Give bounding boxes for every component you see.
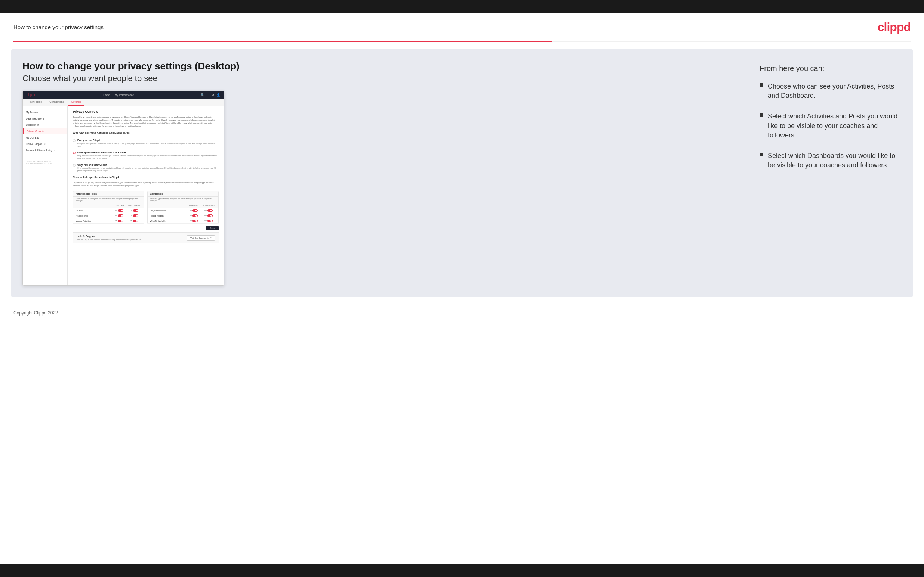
mock-tab-profile[interactable]: My Profile bbox=[27, 98, 45, 106]
page-subheading: Choose what you want people to see bbox=[23, 74, 745, 83]
mock-work-followers-switch[interactable] bbox=[207, 219, 213, 222]
mock-sidebar-service[interactable]: Service & Privacy Policy ↗ bbox=[23, 147, 67, 153]
mock-option-followers[interactable]: Only Approved Followers and Your Coach O… bbox=[73, 151, 219, 160]
main-content: How to change your privacy settings (Des… bbox=[11, 49, 913, 297]
mock-rounds-coaches-switch[interactable] bbox=[118, 209, 123, 212]
header-divider bbox=[13, 41, 911, 42]
bullet-text-3: Select which Dashboards you would like t… bbox=[768, 151, 901, 170]
mock-rounds-followers-switch[interactable] bbox=[133, 209, 138, 212]
mock-gear-icon: ⚙ bbox=[212, 93, 214, 97]
mock-activities-desc: Select the types of activity that you'd … bbox=[73, 197, 144, 203]
mock-round-followers-toggle[interactable]: ON bbox=[201, 214, 216, 217]
mock-work-on-label: What To Work On bbox=[150, 220, 186, 222]
mock-nav-performance: My Performance bbox=[115, 94, 134, 96]
mock-sidebar-data-integrations[interactable]: Data Integrations › bbox=[23, 115, 67, 122]
mock-visit-community-button[interactable]: Visit Our Community ↗ bbox=[187, 235, 215, 240]
mock-privacy-title: Privacy Controls bbox=[73, 110, 219, 114]
mock-dashboards-col-coaches: COACHES bbox=[186, 204, 201, 206]
bullet-list: Choose who can see your Activities, Post… bbox=[759, 82, 901, 170]
mock-work-coaches-toggle[interactable]: ON bbox=[186, 219, 201, 222]
header: How to change your privacy settings clip… bbox=[0, 13, 924, 41]
mock-round-followers-switch[interactable] bbox=[207, 214, 213, 217]
mock-activities-col-coaches: COACHES bbox=[112, 204, 127, 206]
mock-activities-row-manual: Manual Activities ON ON bbox=[73, 219, 144, 224]
mock-sidebar: My Account › Data Integrations › Subscri… bbox=[23, 106, 68, 285]
mock-manual-followers-switch[interactable] bbox=[133, 219, 138, 222]
bullet-item-1: Choose who can see your Activities, Post… bbox=[759, 82, 901, 100]
mock-round-coaches-switch[interactable] bbox=[192, 214, 198, 217]
mock-drills-followers-switch[interactable] bbox=[133, 214, 138, 217]
bullet-item-2: Select which Activities and Posts you wo… bbox=[759, 112, 901, 140]
mock-sidebar-golf-bag[interactable]: My Golf Bag › bbox=[23, 134, 67, 141]
mock-drills-coaches-switch[interactable] bbox=[118, 214, 123, 217]
mock-activities-subheader: COACHES FOLLOWERS bbox=[73, 203, 144, 208]
mock-radio-only-you[interactable] bbox=[73, 164, 76, 166]
mock-option-only-you[interactable]: Only You and Your Coach Only you and the… bbox=[73, 164, 219, 172]
mock-dashboards-col-followers: FOLLOWERS bbox=[201, 204, 216, 206]
mock-sidebar-service-label: Service & Privacy Policy ↗ bbox=[26, 149, 55, 152]
mock-activities-col-followers: FOLLOWERS bbox=[127, 204, 142, 206]
mock-tables-row: Activities and Posts Select the types of… bbox=[73, 191, 219, 224]
mock-who-title: Who Can See Your Activities and Dashboar… bbox=[73, 131, 219, 136]
mock-nav-links: Home My Performance bbox=[103, 94, 134, 96]
mock-radio-followers[interactable] bbox=[73, 152, 76, 154]
mock-everyone-desc: Everyone on Clippd can search for you an… bbox=[78, 142, 219, 148]
mock-option-only-you-text: Only You and Your Coach Only you and the… bbox=[78, 164, 219, 172]
mock-player-followers-switch[interactable] bbox=[207, 209, 213, 212]
footer-text: Copyright Clippd 2022 bbox=[13, 310, 58, 316]
mock-tab-settings[interactable]: Settings bbox=[68, 98, 84, 106]
bullet-square-1 bbox=[759, 83, 763, 87]
mock-sidebar-account-chevron: › bbox=[63, 111, 64, 114]
mock-work-followers-toggle[interactable]: ON bbox=[201, 219, 216, 222]
mock-player-dashboard-label: Player Dashboard bbox=[150, 210, 186, 212]
bullet-square-2 bbox=[759, 113, 763, 117]
mock-player-followers-toggle[interactable]: ON bbox=[201, 209, 216, 212]
mock-show-hide-desc: Regardless of the privacy controls that … bbox=[73, 182, 219, 187]
mock-manual-coaches-toggle[interactable]: ON bbox=[112, 219, 127, 222]
mock-sidebar-account[interactable]: My Account › bbox=[23, 109, 67, 115]
mock-player-coaches-switch[interactable] bbox=[192, 209, 198, 212]
mock-activities-header: Activities and Posts bbox=[73, 191, 144, 197]
mock-sidebar-account-label: My Account bbox=[26, 111, 39, 114]
mock-dashboards-row-work-on: What To Work On ON ON bbox=[148, 219, 218, 224]
left-panel: How to change your privacy settings (Des… bbox=[23, 61, 745, 286]
mock-nav-home: Home bbox=[103, 94, 110, 96]
mock-sidebar-privacy-label: Privacy Controls bbox=[27, 130, 44, 132]
mock-nav: clippd Home My Performance 🔍 ⊞ ⚙ 👤 bbox=[23, 91, 224, 98]
mock-sidebar-data-chevron: › bbox=[63, 118, 64, 120]
mock-show-hide-title: Show or hide specific features in Clippd bbox=[73, 176, 219, 180]
mock-rounds-followers-toggle[interactable]: ON bbox=[127, 209, 142, 212]
mock-sidebar-subscription[interactable]: Subscription › bbox=[23, 122, 67, 128]
mock-dashboards-row-player: Player Dashboard ON ON bbox=[148, 208, 218, 213]
mock-tabs: My Profile Connections Settings bbox=[23, 98, 224, 106]
mock-sidebar-help[interactable]: Help & Support ↗ bbox=[23, 141, 67, 147]
mock-player-coaches-toggle[interactable]: ON bbox=[186, 209, 201, 212]
mock-only-you-label: Only You and Your Coach bbox=[78, 164, 219, 166]
mock-help-text-block: Help & Support Visit our Clippd communit… bbox=[77, 235, 142, 240]
mock-nav-icons: 🔍 ⊞ ⚙ 👤 bbox=[201, 93, 220, 97]
mock-work-coaches-switch[interactable] bbox=[192, 219, 198, 222]
mock-manual-coaches-switch[interactable] bbox=[118, 219, 123, 222]
mock-dashboards-row-round: Round Insights ON ON bbox=[148, 213, 218, 219]
bullet-text-1: Choose who can see your Activities, Post… bbox=[768, 82, 901, 100]
mock-manual-followers-toggle[interactable]: ON bbox=[127, 219, 142, 222]
mock-main-area: Privacy Controls Control how you and you… bbox=[68, 106, 224, 285]
mock-privacy-desc: Control how you and your data appears to… bbox=[73, 115, 219, 128]
mock-option-everyone[interactable]: Everyone on Clippd Everyone on Clippd ca… bbox=[73, 139, 219, 148]
mock-activities-row-drills: Practice Drills ON ON bbox=[73, 213, 144, 219]
mock-dashboards-subheader: COACHES FOLLOWERS bbox=[148, 203, 218, 208]
mock-everyone-label: Everyone on Clippd bbox=[78, 139, 219, 142]
mock-drills-coaches-toggle[interactable]: ON bbox=[112, 214, 127, 217]
mock-user-icon: 👤 bbox=[216, 93, 220, 97]
mock-help-title: Help & Support bbox=[77, 235, 142, 237]
mock-tab-connections[interactable]: Connections bbox=[45, 98, 68, 106]
mock-drills-followers-toggle[interactable]: ON bbox=[127, 214, 142, 217]
header-title: How to change your privacy settings bbox=[13, 24, 103, 30]
mock-save-button[interactable]: Save bbox=[206, 226, 219, 230]
mock-round-coaches-toggle[interactable]: ON bbox=[186, 214, 201, 217]
mock-radio-everyone[interactable] bbox=[73, 139, 76, 142]
right-panel: From here you can: Choose who can see yo… bbox=[759, 61, 901, 181]
mock-rounds-coaches-toggle[interactable]: ON bbox=[112, 209, 127, 212]
mock-manual-label: Manual Activities bbox=[76, 220, 112, 222]
mock-sidebar-privacy[interactable]: Privacy Controls › bbox=[23, 128, 67, 134]
